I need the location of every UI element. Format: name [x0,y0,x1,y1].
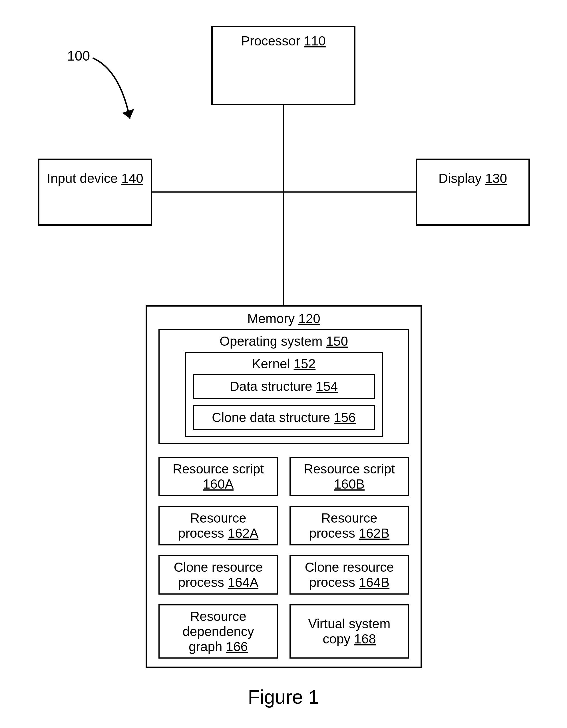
callout-number: 100 [67,48,90,63]
resource-script-a-label: Resource script 160A [161,461,275,492]
display-box: Display 130 [416,159,530,226]
kernel-label: Kernel 152 [193,356,375,371]
clone-data-structure-box: Clone data structure 156 [193,405,375,430]
os-box: Operating system 150 Kernel 152 Data str… [159,329,409,445]
resource-dependency-graph-label: Resource dependency graph 166 [161,609,275,654]
figure-caption: Figure 1 [0,686,567,708]
callout-arrow [86,53,157,133]
processor-box: Processor 110 [211,26,355,105]
resource-script-b-box: Resource script 160B [289,457,409,496]
clone-resource-process-a-label: Clone resource process 164A [161,560,275,590]
data-structure-box: Data structure 154 [193,374,375,399]
clone-data-structure-label: Clone data structure 156 [196,410,371,425]
resource-process-a-label: Resource process 162A [161,511,275,541]
svg-marker-2 [122,109,134,119]
resource-script-a-box: Resource script 160A [159,457,278,496]
diagram-callout: 100 [67,48,90,64]
resource-process-b-label: Resource process 162B [292,511,406,541]
display-label: Display 130 [420,171,526,186]
memory-label: Memory 120 [159,311,409,326]
resource-script-b-label: Resource script 160B [292,461,406,492]
kernel-box: Kernel 152 Data structure 154 Clone data… [185,352,383,437]
resource-process-b-box: Resource process 162B [289,506,409,545]
clone-resource-process-a-box: Clone resource process 164A [159,555,278,595]
os-label: Operating system 150 [168,334,400,349]
clone-resource-process-b-box: Clone resource process 164B [289,555,409,595]
virtual-system-copy-box: Virtual system copy 168 [289,604,409,659]
data-structure-label: Data structure 154 [196,379,371,394]
input-device-box: Input device 140 [38,159,152,226]
virtual-system-copy-label: Virtual system copy 168 [308,616,390,647]
processor-label: Processor 110 [216,33,351,49]
input-device-label: Input device 140 [42,171,148,186]
resource-process-a-box: Resource process 162A [159,506,278,545]
resource-dependency-graph-box: Resource dependency graph 166 [159,604,278,659]
memory-box: Memory 120 Operating system 150 Kernel 1… [146,305,422,668]
clone-resource-process-b-label: Clone resource process 164B [292,560,406,590]
